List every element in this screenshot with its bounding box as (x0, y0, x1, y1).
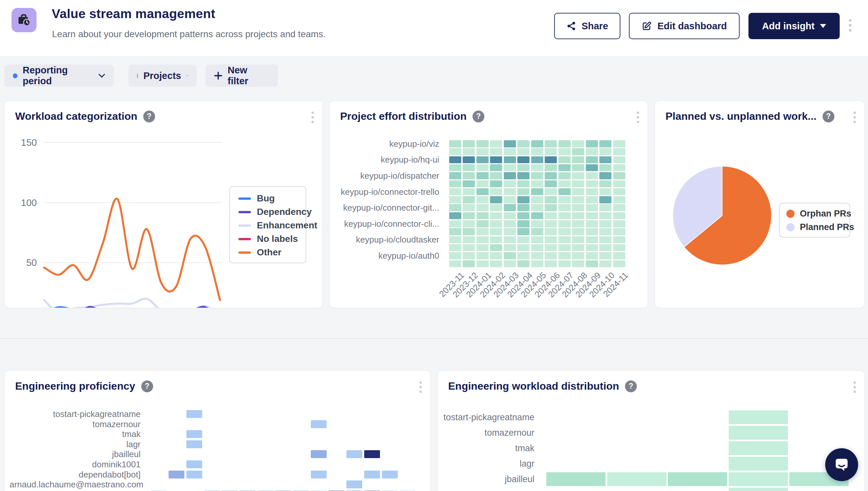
heatmap-cell (476, 236, 489, 243)
heatmap-cell (490, 156, 502, 164)
heatmap-cell (504, 188, 516, 196)
pie-plot (672, 166, 772, 266)
legend-swatch (239, 238, 251, 240)
heatmap-row-label: tomazernour (9, 419, 141, 429)
reporting-period-filter[interactable]: Reporting period (4, 64, 114, 87)
heatmap-cell (449, 260, 461, 267)
heatmap-cell (364, 470, 380, 479)
heatmap-cell (572, 164, 584, 171)
line-series-bug (44, 307, 220, 308)
heatmap-cell (517, 204, 530, 211)
heatmap-cell (544, 188, 557, 196)
heatmap-cell (586, 196, 598, 203)
heatmap-cell (558, 172, 571, 179)
heatmap-cell (531, 196, 543, 203)
heatmap-cell (490, 244, 502, 252)
share-button[interactable]: Share (554, 13, 620, 39)
legend-swatch (239, 198, 251, 200)
heatmap-cell (544, 140, 557, 147)
legend-label: Bug (257, 194, 275, 203)
heatmap-cell (490, 188, 502, 196)
edit-dashboard-button-label: Edit dashboard (657, 21, 727, 32)
heatmap-cell (476, 164, 489, 171)
heatmap-cell (586, 180, 598, 187)
heatmap-cell (613, 260, 625, 267)
heatmap-cell (531, 244, 543, 252)
heatmap-cell (463, 236, 475, 243)
heatmap-cell (517, 164, 530, 171)
heatmap-cell (517, 180, 530, 187)
line-series-enhancement (44, 298, 220, 308)
heatmap-cell (613, 164, 625, 171)
heatmap-cell (463, 140, 475, 147)
heatmap-cell (449, 148, 461, 155)
heatmap-cell (449, 196, 461, 203)
heatmap-cell (544, 236, 557, 243)
heatmap-row-label: lagr (441, 458, 534, 469)
projects-filter[interactable]: Projects (129, 64, 197, 87)
heatmap-cell (531, 156, 543, 164)
heatmap-cell (517, 244, 530, 252)
heatmap-cell (544, 164, 557, 171)
heatmap-cell (490, 236, 502, 243)
heatmap-cell (517, 172, 530, 179)
heatmap-cell (586, 172, 598, 179)
heatmap-cell (586, 140, 598, 147)
heatmap-cell (346, 481, 362, 488)
heatmap-cell (449, 228, 461, 235)
heatmap-cell (572, 236, 584, 243)
heatmap-cell (463, 212, 475, 220)
heatmap-cell (476, 140, 489, 147)
heatmap-cell (572, 196, 584, 203)
heatmap-cell (599, 204, 612, 211)
heatmap-cell (599, 212, 612, 220)
heatmap-cell (476, 244, 489, 252)
page-subtitle: Learn about your development patterns ac… (52, 29, 326, 39)
project-effort-heatmap: keypup-io/vizkeypup-io/hq-uikeypup-io/di… (330, 101, 648, 308)
heatmap-cell (613, 140, 625, 147)
header-kebab-menu-icon[interactable] (849, 19, 851, 32)
reporting-period-filter-label: Reporting period (23, 65, 93, 87)
heatmap-cell (517, 196, 530, 203)
line-series-dependency (44, 307, 220, 308)
add-insight-button[interactable]: Add insight (749, 13, 840, 39)
heatmap-cell (613, 196, 625, 203)
chat-launcher-button[interactable] (825, 448, 858, 481)
chat-bubble-icon (833, 456, 850, 473)
new-filter-button[interactable]: New filter (205, 64, 278, 87)
legend-swatch (786, 210, 794, 218)
new-filter-button-label: New filter (227, 65, 269, 87)
legend-label: Enhancement (257, 221, 317, 230)
heatmap-cell (572, 172, 584, 179)
heatmap-cell (504, 164, 516, 171)
heatmap-cell (531, 180, 543, 187)
edit-dashboard-button[interactable]: Edit dashboard (629, 13, 739, 39)
heatmap-cell (449, 236, 461, 243)
heatmap-cell (490, 228, 502, 235)
heatmap-cell (463, 188, 475, 196)
heatmap-cell (517, 260, 530, 267)
legend-label: Orphan PRs (800, 209, 851, 219)
heatmap-cell (586, 244, 598, 252)
heatmap-cell (599, 172, 612, 179)
heatmap-cell (517, 140, 530, 147)
planned-unplanned-pie-chart: Orphan PRsPlanned PRs (655, 101, 864, 308)
heatmap-cell (613, 180, 625, 187)
heatmap-cell (572, 140, 584, 147)
heatmap-row-label: tmak (441, 443, 534, 454)
heatmap-cell (517, 212, 530, 220)
heatmap-cell (517, 252, 530, 259)
heatmap-cell (599, 196, 612, 203)
heatmap-cell (531, 172, 543, 179)
heatmap-bar (729, 410, 788, 424)
heatmap-cell (531, 212, 543, 220)
heatmap-cell (572, 204, 584, 211)
heatmap-cell (599, 244, 612, 252)
legend-label: Planned PRs (800, 222, 854, 232)
heatmap-cell (490, 196, 502, 203)
heatmap-cell (449, 244, 461, 252)
heatmap-cell (572, 188, 584, 196)
heatmap-cell (531, 140, 543, 147)
y-axis-label: 150 (9, 137, 37, 148)
heatmap-row-label: dominik1001 (9, 459, 141, 469)
